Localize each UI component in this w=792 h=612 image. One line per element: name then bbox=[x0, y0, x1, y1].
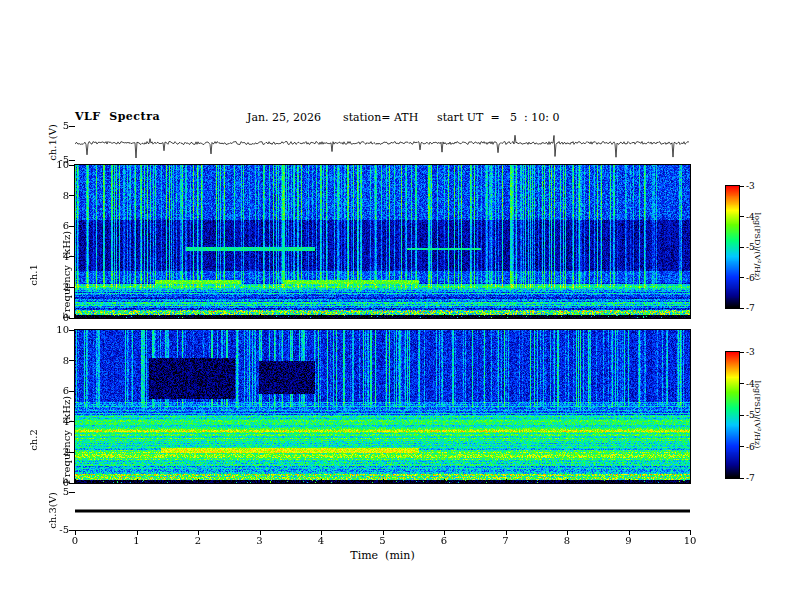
x-tick-label: 7 bbox=[494, 535, 518, 546]
date-label: Jan. 25, 2026 bbox=[247, 111, 321, 124]
colorbar-tick-label: -7 bbox=[746, 473, 768, 483]
x-tick-mark bbox=[690, 314, 691, 318]
y-tick-mark bbox=[69, 330, 75, 331]
colorbar-tick-label: -5 bbox=[746, 410, 768, 420]
x-tick-mark bbox=[444, 314, 445, 318]
colorbar-tick-mark bbox=[740, 415, 744, 416]
x-tick-label: 1 bbox=[125, 535, 149, 546]
y-tick-mark bbox=[69, 452, 75, 453]
colorbar-tick-label: -4 bbox=[746, 212, 768, 222]
x-tick-mark bbox=[198, 314, 199, 318]
colorbar-tick-label: -6 bbox=[746, 442, 768, 452]
x-tick-label: 3 bbox=[248, 535, 272, 546]
y-tick-label: 2 bbox=[39, 281, 69, 292]
x-tick-mark bbox=[321, 314, 322, 318]
x-tick-mark bbox=[383, 314, 384, 318]
x-tick-label: 5 bbox=[371, 535, 395, 546]
colorbar-tick-label: -3 bbox=[746, 347, 768, 357]
colorbar-tick-mark bbox=[740, 277, 744, 278]
y-tick-label: 5 bbox=[39, 120, 69, 131]
station-label: station= ATH bbox=[343, 111, 418, 124]
x-tick-mark bbox=[690, 479, 691, 483]
colorbar-tick-mark bbox=[740, 478, 744, 479]
vlf-spectra-figure: VLF Spectra Jan. 25, 2026 station= ATH s… bbox=[0, 0, 792, 612]
y-tick-mark bbox=[69, 165, 75, 166]
x-tick-mark bbox=[506, 314, 507, 318]
y-tick-label: 10 bbox=[39, 324, 69, 335]
y-tick-label: 0 bbox=[39, 312, 69, 323]
x-tick-mark bbox=[383, 479, 384, 483]
ch3-waveform-panel bbox=[75, 492, 690, 530]
ch1-colorbar bbox=[725, 185, 740, 309]
colorbar-tick-label: -4 bbox=[746, 379, 768, 389]
y-tick-mark bbox=[69, 421, 75, 422]
y-tick-mark bbox=[69, 160, 75, 161]
x-tick-label: 2 bbox=[186, 535, 210, 546]
x-tick-mark bbox=[506, 479, 507, 483]
colorbar-tick-mark bbox=[740, 352, 744, 353]
y-tick-label: 6 bbox=[39, 220, 69, 231]
x-tick-label: 10 bbox=[678, 535, 702, 546]
x-tick-mark bbox=[75, 314, 76, 318]
x-tick-mark bbox=[444, 479, 445, 483]
colorbar-tick-label: -5 bbox=[746, 242, 768, 252]
ch1-channel-label: ch.1 bbox=[28, 209, 39, 341]
x-tick-label: 9 bbox=[617, 535, 641, 546]
y-tick-mark bbox=[69, 360, 75, 361]
x-tick-mark bbox=[137, 314, 138, 318]
y-tick-label: 4 bbox=[39, 416, 69, 427]
y-tick-label: 2 bbox=[39, 446, 69, 457]
x-tick-mark bbox=[321, 479, 322, 483]
y-tick-label: 6 bbox=[39, 385, 69, 396]
colorbar-tick-label: -6 bbox=[746, 273, 768, 283]
y-tick-label: 5 bbox=[39, 486, 69, 497]
colorbar-tick-mark bbox=[740, 186, 744, 187]
colorbar-tick-label: -3 bbox=[746, 181, 768, 191]
y-tick-mark bbox=[69, 195, 75, 196]
x-tick-mark bbox=[629, 479, 630, 483]
y-tick-label: 8 bbox=[39, 355, 69, 366]
y-tick-label: 4 bbox=[39, 251, 69, 262]
colorbar-tick-label: -7 bbox=[746, 303, 768, 313]
y-tick-mark bbox=[69, 391, 75, 392]
y-tick-label: 10 bbox=[39, 159, 69, 170]
y-tick-mark bbox=[69, 126, 75, 127]
x-tick-mark bbox=[198, 479, 199, 483]
y-tick-label: 8 bbox=[39, 190, 69, 201]
x-tick-mark bbox=[75, 479, 76, 483]
colorbar-tick-mark bbox=[740, 216, 744, 217]
ch2-channel-label: ch.2 bbox=[28, 374, 39, 506]
y-tick-mark bbox=[69, 287, 75, 288]
x-tick-mark bbox=[260, 479, 261, 483]
x-tick-mark bbox=[260, 314, 261, 318]
ch2-spectrogram-panel bbox=[74, 329, 691, 484]
x-tick-mark bbox=[629, 314, 630, 318]
ch1-waveform-panel bbox=[75, 126, 690, 160]
start-ut-label: start UT = 5 : 10: 0 bbox=[437, 111, 560, 124]
y-tick-mark bbox=[69, 256, 75, 257]
y-tick-mark bbox=[69, 492, 75, 493]
x-tick-label: 0 bbox=[63, 535, 87, 546]
colorbar-tick-mark bbox=[740, 247, 744, 248]
x-tick-mark bbox=[567, 314, 568, 318]
ch1-spectrogram-panel bbox=[74, 164, 691, 319]
x-tick-label: 8 bbox=[555, 535, 579, 546]
colorbar-tick-mark bbox=[740, 308, 744, 309]
y-tick-mark bbox=[69, 226, 75, 227]
y-tick-label: -5 bbox=[39, 524, 69, 535]
x-tick-mark bbox=[567, 479, 568, 483]
figure-title: VLF Spectra bbox=[75, 110, 160, 123]
x-tick-label: 6 bbox=[432, 535, 456, 546]
ch2-colorbar bbox=[725, 351, 740, 479]
colorbar-tick-mark bbox=[740, 446, 744, 447]
x-axis-title: Time (min) bbox=[75, 549, 690, 562]
x-tick-label: 4 bbox=[309, 535, 333, 546]
colorbar-tick-mark bbox=[740, 383, 744, 384]
x-tick-mark bbox=[137, 479, 138, 483]
